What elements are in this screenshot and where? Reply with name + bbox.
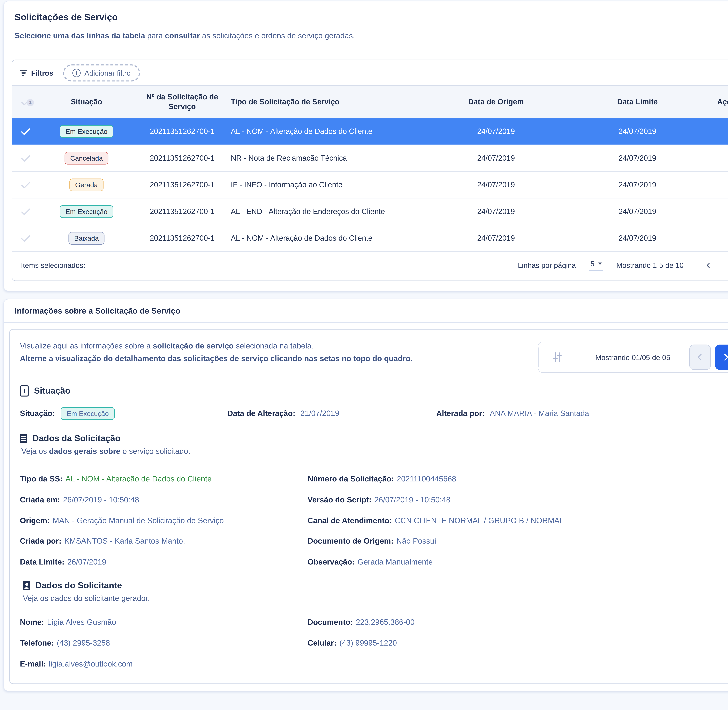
pager-prev-button[interactable]	[690, 345, 711, 370]
showing-range-label: Mostrando 1-5 de 10	[616, 261, 684, 270]
field: Telefone:(43) 2995-3258	[20, 638, 307, 648]
status-section-header: ! Situação	[20, 386, 728, 397]
origem-cell: 24/07/2019	[440, 181, 552, 189]
col-header-tipo: Tipo de Solicitação de Serviço	[231, 93, 440, 111]
select-all-header[interactable]: 1	[12, 92, 39, 112]
field: Tipo da SS:AL - NOM - Alteração de Dados…	[20, 474, 307, 484]
info-intro-text: Visualize aqui as informações sobre a so…	[20, 340, 413, 365]
tipo-cell: AL - END - Alteração de Endereços do Cli…	[231, 207, 440, 216]
col-header-data-origem: Data de Origem	[440, 93, 552, 111]
field: Criada por:KMSANTOS - Karla Santos Manto…	[20, 536, 307, 546]
checkmark-icon	[20, 153, 32, 164]
row-check[interactable]	[12, 126, 39, 138]
filter-bar: Filtros Adicionar filtro	[12, 60, 728, 85]
col-header-situacao: Situação	[39, 93, 134, 111]
field: Documento de Origem:Não Possui	[307, 536, 728, 546]
status-field: Alterada por: ANA MARIA - Maria Santada	[436, 409, 728, 418]
field: Versão do Script:26/07/2019 - 10:50:48	[307, 494, 728, 505]
tune-sliders-icon[interactable]	[552, 352, 563, 363]
row-check[interactable]	[12, 233, 39, 244]
status-badge: Em Execução	[61, 407, 115, 420]
field: E-mail:ligia.alves@outlook.com	[20, 659, 307, 669]
numero-cell: 20211351262700-1	[134, 154, 231, 163]
status-section-title: Situação	[34, 386, 71, 396]
origem-cell: 24/07/2019	[440, 207, 552, 216]
tipo-cell: AL - NOM - Alteração de Dados do Cliente	[231, 234, 440, 243]
status-field: Data de Alteração: 21/07/2019	[227, 409, 436, 418]
service-requests-card: Solicitações de Serviço i Selecione uma …	[3, 1, 728, 291]
page-subtitle: Selecione uma das linhas da tabela para …	[15, 31, 728, 41]
field: Número da Solicitação:20211100445668	[307, 474, 728, 484]
field: Origem:MAN - Geração Manual de Solicitaç…	[20, 515, 307, 526]
col-header-data-limite: Data Limite	[581, 93, 693, 111]
field: Criada em:26/07/2019 - 10:50:48	[20, 494, 307, 505]
page-title: Solicitações de Serviço	[15, 12, 728, 23]
table-row[interactable]: Gerada 20211351262700-1 IF - INFO - Info…	[12, 172, 728, 199]
prev-page-button[interactable]	[704, 261, 713, 270]
status-fields-row: Situação: Em Execução Data de Alteração:…	[20, 407, 728, 420]
row-check[interactable]	[12, 206, 39, 217]
table-row[interactable]: Em Execução 20211351262700-1 AL - END - …	[12, 199, 728, 225]
field: Observação:Gerada Manualmente	[307, 557, 728, 567]
status-field: Situação: Em Execução	[20, 407, 227, 420]
status-cell: Em Execução	[39, 125, 134, 138]
requester-section-header: Dados do Solicitante	[23, 581, 728, 591]
table-row[interactable]: Cancelada 20211351262700-1 NR - Nota de …	[12, 145, 728, 172]
tipo-cell: AL - NOM - Alteração de Dados do Cliente	[231, 127, 440, 136]
pager-showing-label: Mostrando 01/05 de 05	[576, 353, 689, 362]
field: Celular:(43) 99995-1220	[307, 638, 728, 648]
actions-cell	[713, 207, 728, 217]
table-footer: Items selecionados: Linhas por página 5 …	[12, 252, 728, 281]
alert-box-icon: !	[20, 386, 29, 397]
checkmark-icon	[20, 179, 32, 191]
rows-per-page-select[interactable]: 5	[590, 260, 603, 271]
info-card-header: Informações sobre a Solicitação de Servi…	[4, 299, 728, 323]
request-data-section-title: Dados da Solicitação	[32, 434, 121, 444]
status-cell: Gerada	[39, 179, 134, 191]
rows-per-page-label: Linhas por página	[518, 261, 576, 270]
table-row[interactable]: Em Execução 20211351262700-1 AL - NOM - …	[12, 119, 728, 145]
limite-cell: 24/07/2019	[581, 127, 693, 136]
caret-down-icon	[598, 263, 602, 265]
add-filter-button[interactable]: Adicionar filtro	[63, 65, 140, 81]
field: Data Limite:26/07/2019	[20, 557, 307, 567]
checkmark-icon	[20, 206, 32, 217]
numero-cell: 20211351262700-1	[134, 207, 231, 216]
row-check[interactable]	[12, 179, 39, 191]
pager-next-button[interactable]	[715, 345, 728, 370]
selected-items-label: Items selecionados:	[21, 261, 85, 270]
requests-table: Filtros Adicionar filtro 1 Situação Nº d…	[12, 60, 728, 281]
limite-cell: 24/07/2019	[581, 181, 693, 189]
table-header-row: 1 Situação Nº da Solicitação de Serviço …	[12, 85, 728, 119]
status-badge: Em Execução	[60, 125, 113, 138]
request-data-section-header: Dados da Solicitação	[20, 434, 728, 444]
row-check[interactable]	[12, 153, 39, 164]
limite-cell: 24/07/2019	[581, 207, 693, 216]
limite-cell: 24/07/2019	[581, 234, 693, 243]
actions-cell	[713, 233, 728, 244]
request-data-section-subtitle: Veja os dados gerais sobre o serviço sol…	[21, 447, 728, 456]
tipo-cell: NR - Nota de Reclamação Técnica	[231, 154, 440, 163]
id-card-person-icon	[23, 581, 30, 590]
origem-cell: 24/07/2019	[440, 127, 552, 136]
requester-fields: Nome:Lígia Alves Gusmão Documento:223.29…	[20, 617, 728, 669]
limite-cell: 24/07/2019	[581, 154, 693, 163]
origem-cell: 24/07/2019	[440, 154, 552, 163]
status-cell: Baixada	[39, 232, 134, 245]
status-badge: Baixada	[68, 232, 104, 245]
requester-section-title: Dados do Solicitante	[35, 581, 122, 591]
table-row[interactable]: Baixada 20211351262700-1 AL - NOM - Alte…	[12, 225, 728, 252]
selected-count-badge: 1	[27, 99, 34, 106]
status-cell: Em Execução	[39, 205, 134, 218]
status-badge: Em Execução	[60, 205, 113, 218]
origem-cell: 24/07/2019	[440, 234, 552, 243]
request-info-card: Informações sobre a Solicitação de Servi…	[3, 299, 728, 691]
numero-cell: 20211351262700-1	[134, 181, 231, 189]
request-data-fields: Tipo da SS:AL - NOM - Alteração de Dados…	[20, 474, 728, 567]
status-badge: Gerada	[69, 179, 104, 191]
actions-cell	[713, 153, 728, 164]
document-lines-icon	[20, 434, 27, 443]
numero-cell: 20211351262700-1	[134, 127, 231, 136]
col-header-acoes: Ações SS	[713, 93, 728, 111]
status-cell: Cancelada	[39, 152, 134, 165]
